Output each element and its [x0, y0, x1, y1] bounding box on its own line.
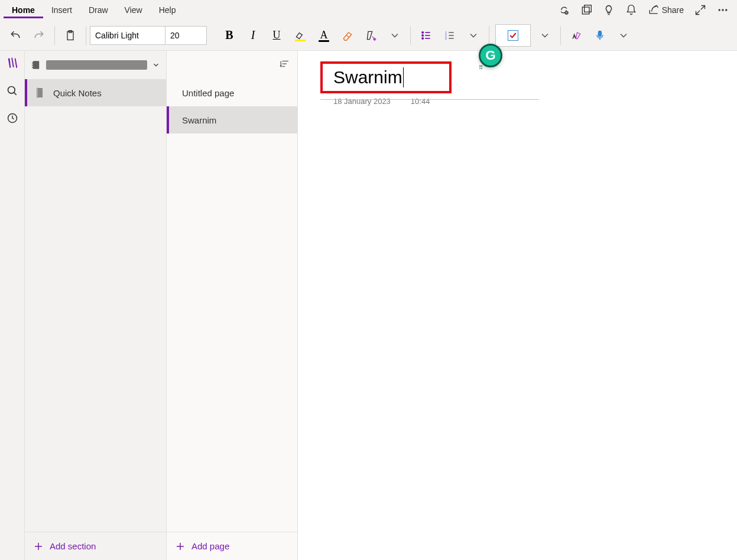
page-title-text: Swarnim: [333, 67, 404, 87]
title-underline: [320, 99, 539, 100]
page-title-input[interactable]: Swarnim: [320, 61, 452, 93]
open-in-app-icon[interactable]: [580, 4, 592, 16]
font-name-input[interactable]: Calibri Light: [90, 26, 165, 45]
notebooks-icon[interactable]: [6, 57, 19, 72]
svg-rect-26: [33, 61, 40, 69]
notifications-icon[interactable]: [625, 4, 637, 16]
bold-button[interactable]: B: [217, 24, 241, 47]
tips-icon[interactable]: [603, 4, 615, 16]
menu-help[interactable]: Help: [151, 2, 184, 18]
grammarly-widget[interactable]: G ⠿: [479, 44, 506, 71]
svg-rect-21: [599, 31, 602, 36]
pages-panel: Untitled page Swarnim Add page: [167, 51, 298, 560]
underline-button[interactable]: U: [265, 24, 288, 47]
voice-dropdown[interactable]: [612, 24, 635, 47]
clipboard-button[interactable]: [59, 24, 82, 47]
chevron-down-icon: [152, 61, 160, 69]
add-page-button[interactable]: Add page: [167, 532, 297, 560]
menu-insert[interactable]: Insert: [43, 2, 80, 18]
menu-draw[interactable]: Draw: [80, 2, 116, 18]
share-label: Share: [662, 5, 684, 15]
recent-icon[interactable]: [7, 112, 18, 126]
svg-point-5: [725, 9, 727, 11]
share-button[interactable]: Share: [648, 4, 684, 16]
svg-rect-2: [584, 5, 591, 12]
svg-rect-28: [32, 64, 33, 66]
add-section-label: Add section: [50, 541, 96, 551]
font-color-button[interactable]: A: [312, 24, 336, 47]
search-icon[interactable]: [7, 85, 18, 99]
drag-handle-icon: ⠿: [479, 64, 483, 71]
more-icon[interactable]: [717, 4, 729, 16]
svg-text:3: 3: [445, 36, 447, 40]
menu-home[interactable]: Home: [4, 2, 43, 18]
svg-rect-1: [582, 7, 589, 14]
clear-formatting-button[interactable]: [336, 24, 359, 47]
dictate-button[interactable]: [588, 24, 612, 47]
svg-point-9: [422, 31, 424, 33]
page-item-untitled[interactable]: Untitled page: [167, 79, 297, 106]
nav-rail: [0, 51, 25, 560]
grammarly-icon: G: [479, 44, 502, 67]
page-label: Untitled page: [182, 88, 234, 98]
notebook-selector[interactable]: [25, 51, 166, 79]
note-date: 18 January 2023: [333, 97, 391, 106]
note-time: 10:44: [411, 97, 430, 106]
notebook-name-placeholder: [46, 60, 147, 70]
add-page-label: Add page: [191, 541, 229, 551]
undo-button[interactable]: [4, 24, 27, 47]
page-label: Swarnim: [182, 115, 216, 125]
section-item-quick-notes[interactable]: Quick Notes: [25, 79, 166, 106]
bullet-list-button[interactable]: [414, 24, 438, 47]
italic-button[interactable]: I: [241, 24, 265, 47]
sort-pages-icon[interactable]: [280, 58, 290, 71]
svg-point-11: [422, 34, 424, 36]
section-label: Quick Notes: [53, 88, 102, 98]
highlight-button[interactable]: [288, 24, 312, 47]
svg-point-13: [422, 37, 424, 39]
plus-icon: [175, 541, 186, 552]
ink-to-text-button[interactable]: [564, 24, 588, 47]
ribbon-toolbar: Calibri Light 20 B I U A: [0, 20, 737, 51]
fullscreen-icon[interactable]: [694, 4, 706, 16]
add-section-button[interactable]: Add section: [25, 532, 166, 560]
svg-line-24: [14, 93, 16, 95]
sync-status-icon[interactable]: [558, 4, 570, 16]
main-area: Quick Notes Add section Untitled page Sw…: [0, 51, 737, 560]
note-canvas[interactable]: Swarnim 18 January 2023 10:44: [298, 51, 737, 560]
menu-bar: Home Insert Draw View Help: [0, 0, 737, 20]
svg-point-23: [8, 87, 15, 94]
section-icon: [35, 87, 45, 99]
styles-button[interactable]: [359, 24, 383, 47]
svg-rect-29: [32, 67, 33, 68]
font-size-input[interactable]: 20: [165, 26, 207, 45]
redo-button[interactable]: [27, 24, 51, 47]
page-item-swarnim[interactable]: Swarnim: [167, 106, 297, 134]
styles-dropdown[interactable]: [383, 24, 407, 47]
tags-dropdown[interactable]: [533, 24, 557, 47]
numbered-list-button[interactable]: 1 2 3: [438, 24, 462, 47]
menu-view[interactable]: View: [116, 2, 151, 18]
plus-icon: [33, 541, 44, 552]
svg-point-3: [719, 9, 720, 11]
sections-panel: Quick Notes Add section: [25, 51, 167, 560]
svg-point-4: [722, 9, 723, 11]
svg-rect-27: [32, 63, 33, 64]
